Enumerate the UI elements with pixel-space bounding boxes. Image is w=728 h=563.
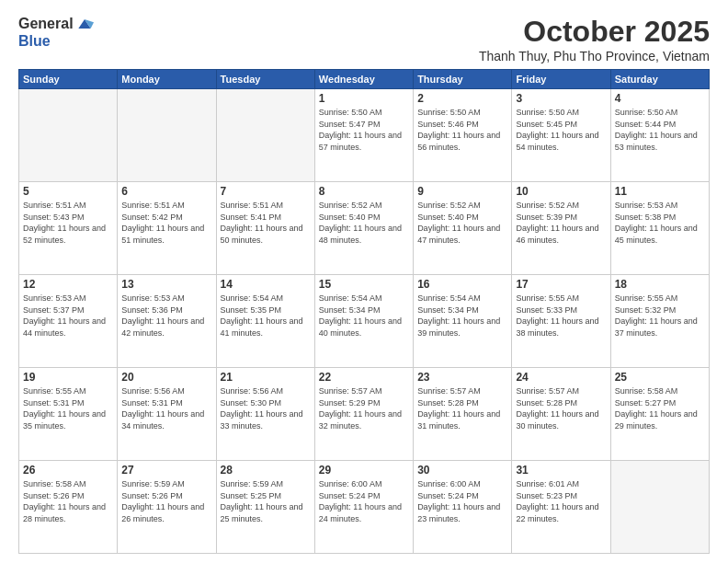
day-info: Sunrise: 6:01 AM Sunset: 5:23 PM Dayligh… bbox=[516, 478, 606, 524]
day-info: Sunrise: 5:57 AM Sunset: 5:29 PM Dayligh… bbox=[319, 385, 409, 431]
day-number: 13 bbox=[121, 278, 211, 291]
table-row: 17Sunrise: 5:55 AM Sunset: 5:33 PM Dayli… bbox=[512, 275, 610, 368]
day-number: 2 bbox=[417, 92, 507, 105]
page: General Blue October 2025 Thanh Thuy, Ph… bbox=[0, 0, 728, 563]
day-info: Sunrise: 5:53 AM Sunset: 5:37 PM Dayligh… bbox=[23, 293, 113, 339]
calendar-table: Sunday Monday Tuesday Wednesday Thursday… bbox=[18, 69, 710, 554]
col-thursday: Thursday bbox=[414, 70, 512, 89]
day-number: 6 bbox=[121, 185, 211, 198]
day-info: Sunrise: 5:53 AM Sunset: 5:36 PM Dayligh… bbox=[121, 293, 211, 339]
day-info: Sunrise: 5:58 AM Sunset: 5:26 PM Dayligh… bbox=[23, 478, 113, 524]
table-row: 28Sunrise: 5:59 AM Sunset: 5:25 PM Dayli… bbox=[216, 461, 314, 554]
table-row: 16Sunrise: 5:54 AM Sunset: 5:34 PM Dayli… bbox=[414, 275, 512, 368]
table-row: 13Sunrise: 5:53 AM Sunset: 5:36 PM Dayli… bbox=[118, 275, 216, 368]
table-row: 7Sunrise: 5:51 AM Sunset: 5:41 PM Daylig… bbox=[216, 182, 314, 275]
day-number: 9 bbox=[417, 185, 507, 198]
month-title: October 2025 bbox=[479, 15, 710, 49]
week-row-3: 12Sunrise: 5:53 AM Sunset: 5:37 PM Dayli… bbox=[19, 275, 710, 368]
day-info: Sunrise: 5:50 AM Sunset: 5:46 PM Dayligh… bbox=[417, 107, 507, 153]
header: General Blue October 2025 Thanh Thuy, Ph… bbox=[18, 15, 710, 63]
table-row: 25Sunrise: 5:58 AM Sunset: 5:27 PM Dayli… bbox=[610, 368, 709, 461]
day-number: 31 bbox=[516, 464, 606, 477]
table-row: 3Sunrise: 5:50 AM Sunset: 5:45 PM Daylig… bbox=[512, 89, 610, 182]
col-tuesday: Tuesday bbox=[216, 70, 314, 89]
day-number: 8 bbox=[319, 185, 409, 198]
day-info: Sunrise: 5:51 AM Sunset: 5:42 PM Dayligh… bbox=[121, 200, 211, 246]
day-info: Sunrise: 6:00 AM Sunset: 5:24 PM Dayligh… bbox=[417, 478, 507, 524]
table-row: 24Sunrise: 5:57 AM Sunset: 5:28 PM Dayli… bbox=[512, 368, 610, 461]
day-info: Sunrise: 5:59 AM Sunset: 5:26 PM Dayligh… bbox=[121, 478, 211, 524]
table-row: 29Sunrise: 6:00 AM Sunset: 5:24 PM Dayli… bbox=[314, 461, 413, 554]
table-row: 19Sunrise: 5:55 AM Sunset: 5:31 PM Dayli… bbox=[19, 368, 118, 461]
col-sunday: Sunday bbox=[19, 70, 118, 89]
table-row: 5Sunrise: 5:51 AM Sunset: 5:43 PM Daylig… bbox=[19, 182, 118, 275]
day-info: Sunrise: 5:59 AM Sunset: 5:25 PM Dayligh… bbox=[221, 478, 311, 524]
day-info: Sunrise: 5:54 AM Sunset: 5:34 PM Dayligh… bbox=[319, 293, 409, 339]
table-row: 8Sunrise: 5:52 AM Sunset: 5:40 PM Daylig… bbox=[314, 182, 413, 275]
table-row: 4Sunrise: 5:50 AM Sunset: 5:44 PM Daylig… bbox=[610, 89, 709, 182]
day-number: 5 bbox=[23, 185, 113, 198]
table-row: 20Sunrise: 5:56 AM Sunset: 5:31 PM Dayli… bbox=[118, 368, 216, 461]
day-info: Sunrise: 6:00 AM Sunset: 5:24 PM Dayligh… bbox=[319, 478, 409, 524]
table-row bbox=[610, 461, 709, 554]
table-row: 11Sunrise: 5:53 AM Sunset: 5:38 PM Dayli… bbox=[610, 182, 709, 275]
day-info: Sunrise: 5:50 AM Sunset: 5:44 PM Dayligh… bbox=[615, 107, 705, 153]
table-row: 1Sunrise: 5:50 AM Sunset: 5:47 PM Daylig… bbox=[314, 89, 413, 182]
day-number: 25 bbox=[615, 371, 705, 384]
day-number: 21 bbox=[221, 371, 311, 384]
table-row: 6Sunrise: 5:51 AM Sunset: 5:42 PM Daylig… bbox=[118, 182, 216, 275]
table-row bbox=[19, 89, 118, 182]
day-info: Sunrise: 5:51 AM Sunset: 5:41 PM Dayligh… bbox=[221, 200, 311, 246]
day-number: 18 bbox=[615, 278, 705, 291]
day-number: 20 bbox=[121, 371, 211, 384]
table-row: 23Sunrise: 5:57 AM Sunset: 5:28 PM Dayli… bbox=[414, 368, 512, 461]
day-number: 19 bbox=[23, 371, 113, 384]
table-row bbox=[216, 89, 314, 182]
day-number: 30 bbox=[417, 464, 507, 477]
week-row-4: 19Sunrise: 5:55 AM Sunset: 5:31 PM Dayli… bbox=[19, 368, 710, 461]
location-subtitle: Thanh Thuy, Phu Tho Province, Vietnam bbox=[479, 49, 710, 63]
col-saturday: Saturday bbox=[610, 70, 709, 89]
day-info: Sunrise: 5:57 AM Sunset: 5:28 PM Dayligh… bbox=[417, 385, 507, 431]
table-row: 14Sunrise: 5:54 AM Sunset: 5:35 PM Dayli… bbox=[216, 275, 314, 368]
logo: General Blue bbox=[18, 15, 94, 50]
day-number: 4 bbox=[615, 92, 705, 105]
day-info: Sunrise: 5:56 AM Sunset: 5:30 PM Dayligh… bbox=[221, 385, 311, 431]
table-row: 31Sunrise: 6:01 AM Sunset: 5:23 PM Dayli… bbox=[512, 461, 610, 554]
day-info: Sunrise: 5:55 AM Sunset: 5:31 PM Dayligh… bbox=[23, 385, 113, 431]
day-info: Sunrise: 5:57 AM Sunset: 5:28 PM Dayligh… bbox=[516, 385, 606, 431]
table-row: 22Sunrise: 5:57 AM Sunset: 5:29 PM Dayli… bbox=[314, 368, 413, 461]
day-number: 29 bbox=[319, 464, 409, 477]
day-number: 23 bbox=[417, 371, 507, 384]
day-info: Sunrise: 5:52 AM Sunset: 5:40 PM Dayligh… bbox=[417, 200, 507, 246]
day-number: 24 bbox=[516, 371, 606, 384]
day-info: Sunrise: 5:50 AM Sunset: 5:45 PM Dayligh… bbox=[516, 107, 606, 153]
day-number: 27 bbox=[121, 464, 211, 477]
day-number: 11 bbox=[615, 185, 705, 198]
calendar-header-row: Sunday Monday Tuesday Wednesday Thursday… bbox=[19, 70, 710, 89]
day-info: Sunrise: 5:58 AM Sunset: 5:27 PM Dayligh… bbox=[615, 385, 705, 431]
day-number: 7 bbox=[221, 185, 311, 198]
logo-blue-text: Blue bbox=[18, 33, 51, 50]
week-row-1: 1Sunrise: 5:50 AM Sunset: 5:47 PM Daylig… bbox=[19, 89, 710, 182]
day-info: Sunrise: 5:56 AM Sunset: 5:31 PM Dayligh… bbox=[121, 385, 211, 431]
day-number: 10 bbox=[516, 185, 606, 198]
table-row: 15Sunrise: 5:54 AM Sunset: 5:34 PM Dayli… bbox=[314, 275, 413, 368]
day-number: 14 bbox=[221, 278, 311, 291]
day-info: Sunrise: 5:55 AM Sunset: 5:33 PM Dayligh… bbox=[516, 293, 606, 339]
day-number: 15 bbox=[319, 278, 409, 291]
table-row: 9Sunrise: 5:52 AM Sunset: 5:40 PM Daylig… bbox=[414, 182, 512, 275]
table-row: 2Sunrise: 5:50 AM Sunset: 5:46 PM Daylig… bbox=[414, 89, 512, 182]
table-row: 12Sunrise: 5:53 AM Sunset: 5:37 PM Dayli… bbox=[19, 275, 118, 368]
table-row: 26Sunrise: 5:58 AM Sunset: 5:26 PM Dayli… bbox=[19, 461, 118, 554]
day-number: 17 bbox=[516, 278, 606, 291]
day-info: Sunrise: 5:52 AM Sunset: 5:39 PM Dayligh… bbox=[516, 200, 606, 246]
day-number: 22 bbox=[319, 371, 409, 384]
col-wednesday: Wednesday bbox=[314, 70, 413, 89]
table-row: 27Sunrise: 5:59 AM Sunset: 5:26 PM Dayli… bbox=[118, 461, 216, 554]
table-row: 18Sunrise: 5:55 AM Sunset: 5:32 PM Dayli… bbox=[610, 275, 709, 368]
day-info: Sunrise: 5:53 AM Sunset: 5:38 PM Dayligh… bbox=[615, 200, 705, 246]
week-row-5: 26Sunrise: 5:58 AM Sunset: 5:26 PM Dayli… bbox=[19, 461, 710, 554]
day-info: Sunrise: 5:50 AM Sunset: 5:47 PM Dayligh… bbox=[319, 107, 409, 153]
day-number: 3 bbox=[516, 92, 606, 105]
